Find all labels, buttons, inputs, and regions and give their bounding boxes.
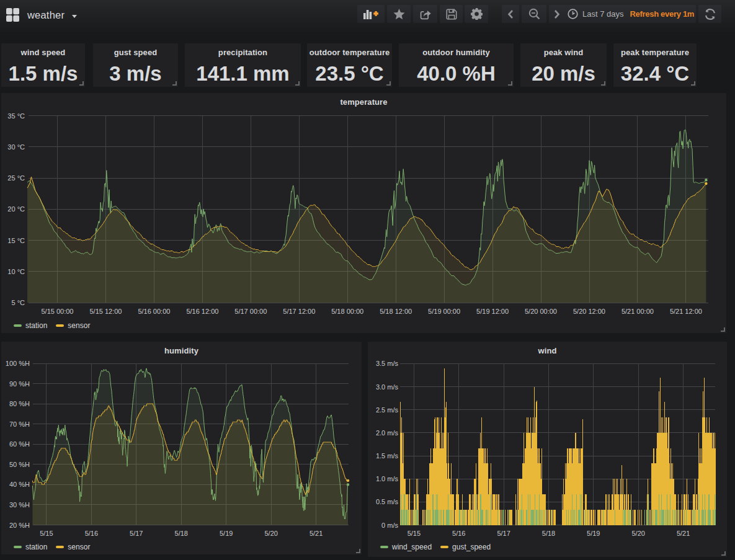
svg-text:5/19 12:00: 5/19 12:00 — [476, 308, 509, 315]
svg-text:1.5 m/s: 1.5 m/s — [376, 452, 399, 460]
svg-text:3.0 m/s: 3.0 m/s — [376, 383, 399, 391]
svg-text:5 °C: 5 °C — [11, 299, 25, 306]
svg-text:5/21: 5/21 — [677, 530, 690, 537]
svg-text:40 %H: 40 %H — [9, 481, 30, 488]
svg-text:70 %H: 70 %H — [9, 420, 30, 428]
svg-text:5/21: 5/21 — [310, 530, 323, 537]
svg-text:5/16: 5/16 — [85, 530, 98, 537]
svg-text:0 m/s: 0 m/s — [381, 522, 398, 529]
svg-text:3.5 m/s: 3.5 m/s — [376, 360, 399, 367]
svg-text:5/19: 5/19 — [220, 530, 233, 537]
svg-text:50 %H: 50 %H — [9, 461, 30, 468]
svg-text:5/20: 5/20 — [631, 530, 644, 537]
svg-text:5/15 00:00: 5/15 00:00 — [42, 308, 74, 315]
svg-text:2.0 m/s: 2.0 m/s — [376, 429, 399, 437]
svg-text:5/20 00:00: 5/20 00:00 — [525, 308, 557, 315]
svg-text:5/18 00:00: 5/18 00:00 — [331, 308, 363, 315]
svg-text:80 %H: 80 %H — [9, 400, 30, 407]
svg-text:5/18: 5/18 — [542, 530, 555, 537]
svg-text:5/19: 5/19 — [587, 530, 600, 537]
svg-text:1.0 m/s: 1.0 m/s — [376, 475, 399, 482]
svg-text:20 %H: 20 %H — [9, 522, 30, 529]
svg-text:5/17 12:00: 5/17 12:00 — [283, 308, 315, 315]
svg-text:5/15 12:00: 5/15 12:00 — [90, 308, 122, 315]
svg-text:5/16 00:00: 5/16 00:00 — [138, 308, 170, 315]
svg-text:0.5 m/s: 0.5 m/s — [376, 498, 399, 505]
svg-text:5/20: 5/20 — [264, 530, 277, 537]
svg-text:5/16: 5/16 — [452, 530, 465, 537]
svg-text:2.5 m/s: 2.5 m/s — [376, 406, 399, 414]
svg-text:60 %H: 60 %H — [9, 440, 30, 448]
svg-text:5/19 00:00: 5/19 00:00 — [428, 308, 460, 315]
svg-text:10 °C: 10 °C — [7, 268, 25, 275]
svg-text:15 °C: 15 °C — [7, 237, 25, 244]
svg-text:5/17: 5/17 — [497, 530, 510, 537]
svg-text:5/15: 5/15 — [40, 530, 53, 537]
svg-text:25 °C: 25 °C — [7, 174, 25, 182]
svg-text:5/18: 5/18 — [175, 530, 188, 537]
svg-text:5/18 12:00: 5/18 12:00 — [380, 308, 412, 315]
svg-text:5/21 00:00: 5/21 00:00 — [621, 308, 654, 315]
svg-text:30 %H: 30 %H — [9, 501, 30, 509]
svg-text:5/21 12:00: 5/21 12:00 — [670, 308, 702, 315]
svg-text:100 %H: 100 %H — [6, 360, 30, 367]
svg-text:20 °C: 20 °C — [7, 205, 25, 213]
svg-text:5/16 12:00: 5/16 12:00 — [186, 308, 218, 315]
svg-text:5/17 00:00: 5/17 00:00 — [234, 308, 267, 315]
svg-text:90 %H: 90 %H — [9, 380, 30, 388]
svg-text:5/15: 5/15 — [408, 530, 421, 537]
svg-text:5/20 12:00: 5/20 12:00 — [573, 308, 605, 315]
svg-text:35 °C: 35 °C — [7, 112, 25, 120]
svg-text:5/17: 5/17 — [130, 530, 143, 537]
svg-text:30 °C: 30 °C — [7, 143, 25, 151]
